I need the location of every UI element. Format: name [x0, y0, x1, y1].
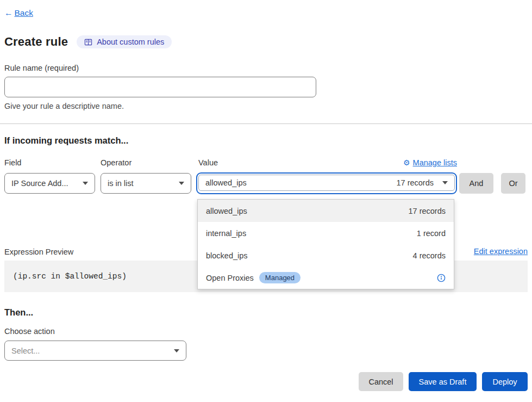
operator-select[interactable]: is in list — [101, 173, 191, 194]
gear-icon: ⚙ — [403, 159, 410, 166]
value-select-focus-ring: allowed_ips 17 records — [196, 172, 457, 194]
managed-badge: Managed — [259, 272, 301, 283]
info-icon[interactable] — [437, 274, 446, 282]
field-select[interactable]: IP Source Add... — [4, 173, 95, 194]
choose-action-label: Choose action — [4, 327, 55, 336]
field-label: Field — [4, 158, 101, 167]
list-option-allowed-ips[interactable]: allowed_ips 17 records — [198, 200, 454, 222]
page-title: Create rule — [4, 35, 68, 49]
list-option-name: internal_ips — [206, 229, 246, 238]
value-select[interactable]: allowed_ips 17 records — [198, 175, 455, 191]
value-dropdown-menu: allowed_ips 17 records internal_ips 1 re… — [197, 199, 454, 289]
title-row: Create rule About custom rules — [4, 35, 172, 49]
manage-lists-link[interactable]: ⚙ Manage lists — [403, 158, 457, 167]
section-divider — [0, 123, 532, 124]
manage-lists-label: Manage lists — [413, 158, 457, 167]
operator-label: Operator — [101, 158, 196, 167]
back-label: Back — [15, 8, 33, 18]
cancel-button[interactable]: Cancel — [359, 372, 403, 391]
list-option-internal-ips[interactable]: internal_ips 1 record — [198, 222, 454, 244]
match-section-heading: If incoming requests match... — [4, 135, 128, 146]
back-link[interactable]: ← Back — [4, 8, 33, 18]
rule-name-label: Rule name (required) — [4, 64, 79, 72]
expression-code: (ip.src in $allowed_ips) — [13, 272, 127, 281]
about-custom-rules-link[interactable]: About custom rules — [77, 35, 172, 48]
back-arrow-icon: ← — [4, 8, 13, 18]
save-as-draft-button[interactable]: Save as Draft — [409, 372, 477, 391]
action-select[interactable]: Select... — [4, 341, 186, 361]
condition-controls-row: IP Source Add... is in list allowed_ips … — [4, 172, 525, 194]
value-select-record-count: 17 records — [396, 178, 434, 187]
create-rule-page: ← Back Create rule About custom rules Ru… — [0, 0, 532, 402]
action-select-placeholder: Select... — [11, 347, 40, 355]
list-option-name: Open Proxies — [206, 274, 254, 282]
then-section-heading: Then... — [4, 307, 33, 318]
or-button[interactable]: Or — [501, 173, 525, 194]
chevron-down-icon — [442, 181, 448, 184]
value-label: Value — [198, 158, 218, 167]
and-button[interactable]: And — [459, 173, 493, 194]
list-option-name: blocked_ips — [206, 251, 248, 260]
edit-expression-link[interactable]: Edit expression — [474, 247, 528, 256]
list-option-count: 4 records — [413, 251, 446, 260]
expression-preview-label: Expression Preview — [4, 248, 73, 256]
book-icon — [84, 38, 92, 46]
about-badge-label: About custom rules — [97, 38, 164, 46]
chevron-down-icon — [83, 182, 88, 185]
chevron-down-icon — [179, 182, 184, 185]
list-option-count: 1 record — [417, 229, 446, 238]
footer-actions: Cancel Save as Draft Deploy — [359, 372, 528, 391]
list-option-name: allowed_ips — [206, 207, 247, 215]
field-select-value: IP Source Add... — [11, 179, 68, 188]
rule-name-input[interactable] — [4, 77, 316, 97]
list-option-open-proxies[interactable]: Open Proxies Managed — [198, 267, 454, 289]
deploy-button[interactable]: Deploy — [482, 372, 528, 391]
value-select-value: allowed_ips — [205, 178, 247, 187]
chevron-down-icon — [174, 349, 179, 352]
operator-select-value: is in list — [108, 179, 134, 188]
list-option-blocked-ips[interactable]: blocked_ips 4 records — [198, 244, 454, 267]
condition-labels-row: Field Operator Value ⚙ Manage lists — [4, 158, 528, 167]
list-option-count: 17 records — [408, 207, 446, 215]
rule-name-helper: Give your rule a descriptive name. — [4, 102, 124, 110]
